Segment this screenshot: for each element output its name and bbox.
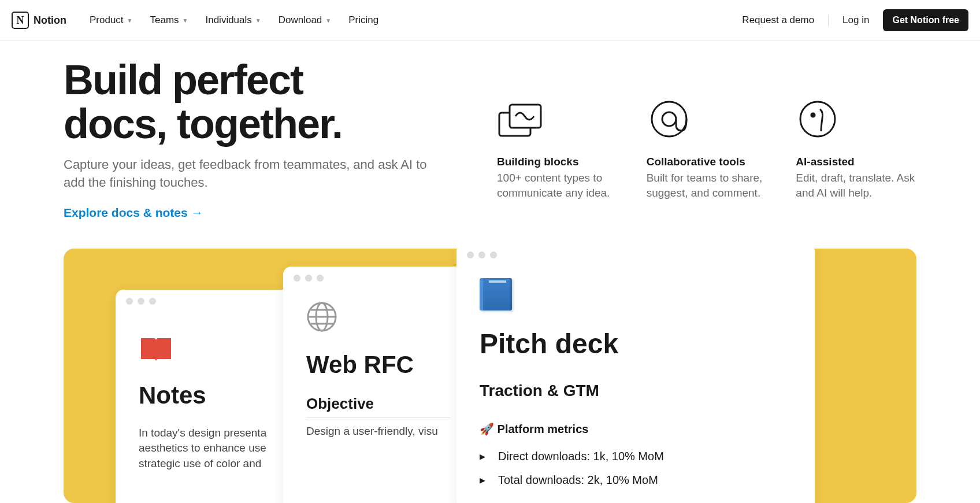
feature-collaborative: Collaborative tools Built for teams to s… [647, 99, 767, 220]
page-content: Build perfect docs, together. Capture yo… [0, 41, 980, 503]
site-header: N Notion Product ▼ Teams ▼ Individuals ▼… [0, 0, 980, 41]
card-title: Web RFC [306, 351, 451, 379]
logo-icon: N [12, 12, 29, 29]
notebook-icon [480, 278, 792, 316]
hero-title: Build perfect docs, together. [64, 58, 439, 146]
header-right: Request a demo Log in Get Notion free [742, 9, 968, 31]
svg-point-4 [800, 102, 835, 136]
window-dots [283, 267, 474, 290]
hero-subtitle: Capture your ideas, get feedback from te… [64, 156, 439, 192]
nav-product[interactable]: Product ▼ [90, 14, 133, 26]
feature-title: AI-assisted [796, 156, 916, 168]
hero-copy: Build perfect docs, together. Capture yo… [64, 58, 439, 220]
chevron-down-icon: ▼ [183, 17, 188, 24]
feature-title: Collaborative tools [647, 156, 767, 168]
explore-docs-link[interactable]: Explore docs & notes → [64, 206, 203, 219]
card-title: Notes [139, 382, 277, 409]
logo[interactable]: N Notion [12, 12, 66, 29]
dot-icon [149, 298, 156, 305]
chevron-down-icon: ▼ [127, 17, 133, 24]
nav-download[interactable]: Download ▼ [279, 14, 332, 26]
card-heading: Traction & GTM [480, 382, 792, 405]
get-notion-free-button[interactable]: Get Notion free [883, 9, 968, 31]
feature-desc: Built for teams to share, suggest, and c… [647, 171, 767, 200]
svg-point-5 [811, 113, 815, 117]
chevron-down-icon: ▼ [325, 17, 331, 24]
metrics-heading: 🚀 Platform metrics [480, 422, 792, 436]
feature-desc: Edit, draft, translate. Ask and AI will … [796, 171, 916, 200]
card-notes: Notes In today's design presenta aesthet… [116, 290, 300, 503]
features-row: Building blocks 100+ content types to co… [497, 99, 916, 220]
divider [828, 14, 829, 26]
window-dots [456, 249, 815, 267]
dot-icon [138, 298, 144, 305]
dot-icon [467, 252, 474, 258]
preview-cards: Notes In today's design presenta aesthet… [116, 249, 815, 503]
dot-icon [317, 275, 324, 282]
nav-pricing[interactable]: Pricing [348, 14, 378, 26]
card-text: In today's design presenta aesthetics to… [139, 426, 277, 472]
preview-panel: Notes In today's design presenta aesthet… [64, 249, 916, 503]
feature-ai: AI-assisted Edit, draft, translate. Ask … [796, 99, 916, 220]
dot-icon [305, 275, 312, 282]
globe-icon [306, 301, 451, 339]
login-link[interactable]: Log in [842, 14, 869, 26]
at-sign-icon [647, 99, 767, 139]
metric-item: Direct downloads: 1k, 10% MoM [480, 450, 792, 463]
card-pitch-deck: Pitch deck Traction & GTM 🚀 Platform met… [456, 249, 815, 503]
header-left: N Notion Product ▼ Teams ▼ Individuals ▼… [12, 12, 378, 29]
card-heading: Objective [306, 395, 451, 418]
card-text: Design a user-friendly, visu [306, 424, 451, 439]
main-nav: Product ▼ Teams ▼ Individuals ▼ Download… [90, 14, 378, 26]
dot-icon [478, 252, 485, 258]
card-web-rfc: Web RFC Objective Design a user-friendly… [283, 267, 474, 503]
nav-individuals[interactable]: Individuals ▼ [205, 14, 261, 26]
book-icon [139, 336, 277, 370]
dot-icon [126, 298, 133, 305]
metric-item: Total downloads: 2k, 10% MoM [480, 474, 792, 487]
feature-desc: 100+ content types to communicate any id… [497, 171, 618, 200]
logo-text: Notion [34, 14, 66, 27]
hero-section: Build perfect docs, together. Capture yo… [64, 58, 916, 220]
window-dots [116, 290, 300, 313]
feature-title: Building blocks [497, 156, 618, 168]
dot-icon [294, 275, 300, 282]
request-demo-link[interactable]: Request a demo [742, 14, 814, 26]
card-title: Pitch deck [480, 328, 792, 360]
feature-building-blocks: Building blocks 100+ content types to co… [497, 99, 618, 220]
svg-point-3 [662, 112, 676, 126]
chevron-down-icon: ▼ [255, 17, 261, 24]
face-icon [796, 99, 916, 139]
building-blocks-icon [497, 99, 618, 139]
nav-teams[interactable]: Teams ▼ [150, 14, 188, 26]
dot-icon [490, 252, 497, 258]
